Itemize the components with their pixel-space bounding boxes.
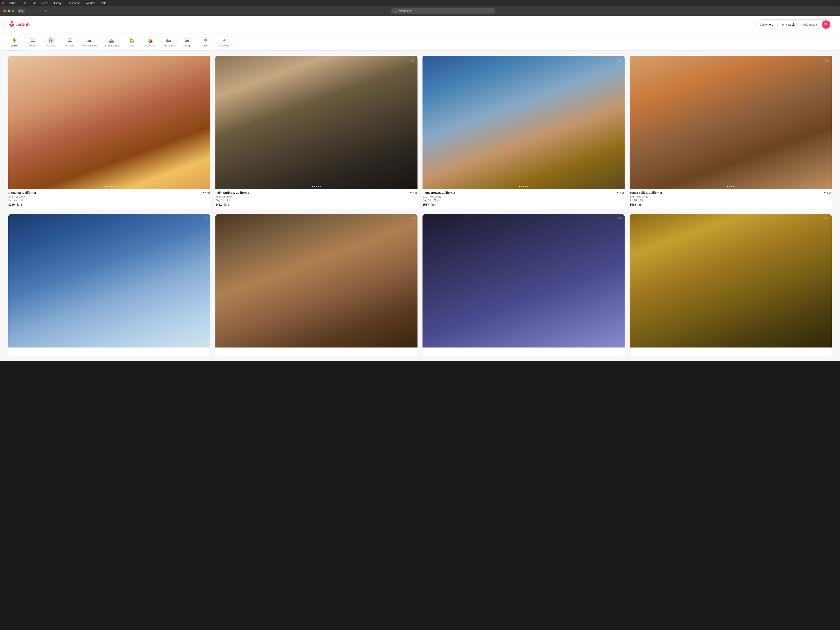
- share-icon: •••: [44, 9, 47, 13]
- listing-card-3[interactable]: ♡ Pioneertown, California ★ 4.95 101 mil…: [423, 55, 625, 209]
- category-label-beach: Beach: [29, 44, 36, 47]
- listing-card-bottom-7[interactable]: ♡: [423, 214, 625, 356]
- listing-card-1[interactable]: ♡ Aguanga, California ★ 4.96 87 miles aw…: [8, 55, 210, 209]
- image-dots: [312, 186, 321, 187]
- listing-image-container: ♡: [8, 214, 210, 347]
- category-icon-amazing-pools: 🏊: [109, 38, 115, 43]
- menu-bookmarks[interactable]: Bookmarks: [66, 1, 81, 5]
- dot-indicator: [109, 186, 110, 187]
- listing-image-container: ♡: [423, 55, 625, 189]
- dot-indicator: [521, 186, 522, 187]
- category-item-tiny-homes[interactable]: 🏘 Tiny homes: [162, 38, 175, 51]
- anywhere-button[interactable]: Anywhere: [756, 21, 777, 29]
- dot-indicator: [104, 186, 106, 187]
- listing-image: [630, 55, 832, 189]
- category-item-omg[interactable]: 🏡 OMG!: [126, 38, 138, 51]
- category-item-amazing-pools[interactable]: 🏊 Amazing pools: [104, 38, 120, 51]
- listing-info-bottom: [215, 347, 417, 356]
- fullscreen-button[interactable]: [12, 9, 14, 12]
- category-item-cabins[interactable]: 🏠 Cabins: [45, 38, 57, 51]
- favorite-button[interactable]: ♡: [204, 58, 208, 63]
- category-item-a-frames[interactable]: 🔺 A-frames: [218, 38, 230, 51]
- favorite-button[interactable]: ♡: [618, 58, 622, 63]
- category-item-beach[interactable]: ⛱ Beach: [27, 38, 39, 51]
- category-item-national-parks[interactable]: ⛰ National parks: [82, 38, 98, 51]
- airbnb-logo[interactable]: airbnb: [8, 21, 30, 29]
- favorite-button[interactable]: ♡: [411, 217, 415, 222]
- minimize-button[interactable]: [8, 9, 10, 12]
- listing-location: Aguanga, California: [8, 191, 36, 194]
- listing-rating: ★ 4.95: [409, 191, 417, 194]
- listing-image: [8, 214, 210, 347]
- category-item-camping[interactable]: ⛺ Camping: [144, 38, 156, 51]
- listing-image-container: ♡: [630, 214, 832, 347]
- listing-info-bottom: [8, 347, 210, 356]
- listing-image-container: ♡: [8, 55, 210, 189]
- listing-dates: Jul 10 – 15: [630, 199, 832, 202]
- back-button[interactable]: ‹: [28, 9, 32, 13]
- category-label-arctic: Arctic: [202, 44, 209, 47]
- listing-price: $489 night: [630, 203, 832, 206]
- any-week-button[interactable]: Any week: [778, 21, 799, 29]
- url-text: airbnb.com: [399, 9, 412, 13]
- category-nav: 🌵 Desert ⛱ Beach 🏠 Cabins 🏝 Islands ⛰ Na…: [0, 34, 840, 51]
- address-bar[interactable]: 🔒 airbnb.com: [391, 8, 495, 14]
- category-icon-a-frames: 🔺: [221, 38, 227, 43]
- listing-card-bottom-8[interactable]: ♡: [630, 214, 832, 356]
- category-item-arctic[interactable]: ❄ Arctic: [199, 38, 212, 51]
- add-guests-button[interactable]: Add guests: [799, 21, 822, 29]
- airbnb-page: airbnb Anywhere Any week Add guests 🔍 🌵 …: [0, 16, 840, 361]
- star-icon: ★: [409, 191, 412, 194]
- listing-card-4[interactable]: ♡ Yucca Valley, California ★ 4.94 101 mi…: [630, 55, 832, 209]
- traffic-lights: [3, 9, 14, 12]
- airbnb-header: airbnb Anywhere Any week Add guests 🔍: [0, 16, 840, 34]
- listing-image-container: ♡: [630, 55, 832, 189]
- menu-window[interactable]: Window: [85, 1, 96, 5]
- dot-indicator: [314, 186, 315, 187]
- apple-logo-icon: : [3, 1, 3, 5]
- listing-distance: 101 miles away: [423, 195, 625, 198]
- category-item-design[interactable]: 🏛 Design: [181, 38, 194, 51]
- listing-image: [423, 55, 625, 189]
- search-submit-button[interactable]: 🔍: [822, 21, 830, 29]
- menu-help[interactable]: Help: [100, 1, 107, 5]
- close-button[interactable]: [3, 9, 6, 12]
- menu-safari[interactable]: Safari: [8, 1, 17, 5]
- listing-info: Pioneertown, California ★ 4.95 101 miles…: [423, 189, 625, 209]
- image-dots: [519, 186, 528, 187]
- dot-indicator: [727, 186, 728, 187]
- favorite-button[interactable]: ♡: [618, 217, 622, 222]
- menu-history[interactable]: History: [52, 1, 62, 5]
- listing-title-row: Yucca Valley, California ★ 4.94: [630, 191, 832, 194]
- menu-file[interactable]: File: [21, 1, 27, 5]
- favorite-button[interactable]: ♡: [204, 217, 208, 222]
- category-label-design: Design: [183, 44, 191, 47]
- listing-image: [630, 214, 832, 347]
- listing-price: $220 night: [8, 203, 210, 206]
- listing-card-bottom-5[interactable]: ♡: [8, 214, 210, 356]
- menu-edit[interactable]: Edit: [31, 1, 37, 5]
- listing-card-2[interactable]: ♡ Palm Springs, California ★ 4.95 95 mil…: [215, 55, 417, 209]
- category-item-desert[interactable]: 🌵 Desert: [8, 38, 21, 51]
- title-bar: ⊞ ▾ ‹ › ⊙ ••• 🔒 airbnb.com: [0, 6, 840, 16]
- category-icon-omg: 🏡: [129, 38, 135, 43]
- category-label-amazing-pools: Amazing pools: [104, 44, 120, 47]
- listing-rating: ★ 4.94: [824, 191, 832, 194]
- category-label-desert: Desert: [11, 44, 18, 47]
- listing-info-bottom: [423, 347, 625, 356]
- forward-button[interactable]: ›: [33, 9, 36, 13]
- sidebar-toggle-button[interactable]: ⊞ ▾: [18, 9, 25, 13]
- dot-indicator: [731, 186, 732, 187]
- dot-indicator: [312, 186, 313, 187]
- category-label-islands: Islands: [66, 44, 74, 47]
- favorite-button[interactable]: ♡: [411, 58, 415, 63]
- dot-indicator: [523, 186, 524, 187]
- category-item-islands[interactable]: 🏝 Islands: [63, 38, 76, 51]
- menu-view[interactable]: View: [41, 1, 49, 5]
- dot-indicator: [729, 186, 730, 187]
- favorite-button[interactable]: ♡: [825, 58, 829, 63]
- listing-card-bottom-6[interactable]: ♡: [215, 214, 417, 356]
- favorite-button[interactable]: ♡: [825, 217, 829, 222]
- listing-title-row: Aguanga, California ★ 4.96: [8, 191, 210, 194]
- privacy-icon: ⊙: [38, 9, 41, 13]
